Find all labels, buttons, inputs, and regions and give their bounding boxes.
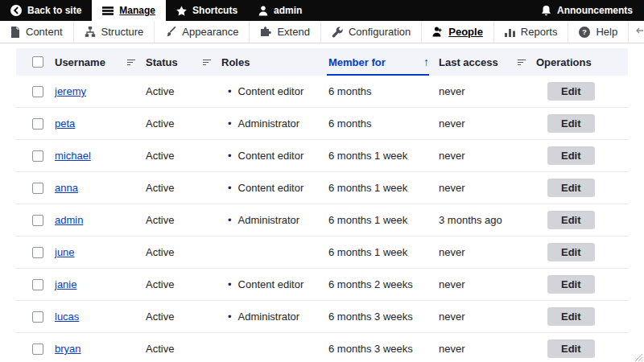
back-to-site-label: Back to site [27, 5, 81, 16]
announcements-button[interactable]: Announcements [530, 0, 644, 21]
menu-item-help[interactable]: ? Help [568, 21, 628, 43]
resize-grip-icon[interactable] [633, 351, 643, 361]
sitemap-icon [85, 27, 96, 37]
edit-button[interactable]: Edit [547, 82, 595, 101]
user-menu[interactable]: admin [248, 0, 312, 21]
member-for-cell: 6 months 3 weeks [328, 311, 439, 323]
username-link[interactable]: peta [55, 117, 75, 130]
column-header-operations: Operations [536, 48, 628, 76]
menu-item-people[interactable]: People [422, 21, 494, 43]
member-for-cell: 6 months 1 week [328, 214, 439, 226]
announcements-label: Announcements [557, 5, 633, 16]
row-checkbox[interactable] [32, 311, 43, 323]
username-link[interactable]: bryan [55, 343, 81, 355]
row-checkbox[interactable] [32, 343, 43, 355]
bullet-icon: • [228, 182, 232, 194]
last-access-cell: never [439, 150, 536, 162]
sort-ascending-icon: ↑ [423, 56, 429, 68]
member-for-cell: 6 months 1 week [328, 182, 439, 194]
bullet-icon: • [228, 278, 232, 290]
table-row: lucas Active • Administrator 6 months 3 … [16, 301, 628, 333]
user-table-body: jeremy Active • Content editor 6 months … [16, 76, 628, 362]
admin-menu-bar: Content Structure Appearance Extend Conf… [0, 21, 644, 43]
username-link[interactable]: lucas [55, 311, 79, 323]
row-checkbox[interactable] [32, 279, 43, 290]
last-access-cell: never [439, 343, 536, 355]
last-access-cell: never [439, 246, 536, 258]
role-item: • Content editor [221, 150, 303, 162]
brush-icon [165, 27, 176, 38]
status-cell: Active [146, 343, 221, 355]
puzzle-icon [260, 27, 271, 37]
edit-button[interactable]: Edit [547, 307, 595, 326]
username-link[interactable]: janie [55, 278, 76, 290]
back-to-site-button[interactable]: Back to site [0, 0, 92, 21]
edit-button[interactable]: Edit [547, 339, 595, 358]
row-checkbox[interactable] [32, 86, 43, 97]
row-checkbox[interactable] [32, 247, 43, 258]
edit-button[interactable]: Edit [547, 211, 595, 229]
menu-item-configuration[interactable]: Configuration [321, 21, 422, 43]
bullet-icon: • [228, 150, 232, 162]
bullet-icon: • [228, 85, 232, 97]
column-header-roles[interactable]: Roles [221, 48, 328, 76]
collapse-toolbar-button[interactable] [628, 21, 644, 43]
role-label: Content editor [238, 278, 304, 290]
member-for-cell: 6 months [328, 117, 439, 130]
last-access-cell: never [439, 182, 536, 194]
back-arrow-icon [10, 5, 22, 16]
role-label: Content editor [238, 182, 304, 194]
member-for-cell: 6 months 3 weeks [328, 343, 439, 355]
column-header-member-for[interactable]: Member for ↑ [328, 48, 439, 76]
select-all-checkbox[interactable] [32, 56, 43, 68]
status-cell: Active [146, 85, 221, 97]
table-row: janie Active • Content editor 6 months 2… [16, 269, 628, 301]
row-checkbox[interactable] [32, 150, 43, 162]
menu-item-structure[interactable]: Structure [74, 21, 155, 43]
sort-icon [203, 59, 212, 66]
column-header-status[interactable]: Status [146, 48, 221, 76]
column-header-last-access[interactable]: Last access [439, 48, 536, 76]
people-page: Username Status Roles Member for ↑ Last … [0, 43, 644, 362]
menu-item-extend[interactable]: Extend [250, 21, 320, 43]
status-cell: Active [146, 182, 221, 194]
role-item: • Administrator [221, 214, 299, 226]
edit-button[interactable]: Edit [547, 146, 595, 165]
username-link[interactable]: june [55, 246, 75, 258]
member-for-cell: 6 months [328, 85, 439, 97]
username-link[interactable]: jeremy [55, 85, 86, 97]
help-icon: ? [579, 27, 590, 38]
last-access-cell: never [439, 117, 536, 130]
menu-item-appearance[interactable]: Appearance [155, 21, 250, 43]
manage-tab[interactable]: Manage [92, 0, 166, 21]
bar-chart-icon [505, 27, 515, 37]
last-access-cell: never [439, 311, 536, 323]
menu-item-reports[interactable]: Reports [494, 21, 569, 43]
last-access-cell: 3 months ago [439, 214, 536, 226]
bullet-icon: • [228, 311, 232, 323]
role-label: Administrator [238, 311, 300, 323]
edit-button[interactable]: Edit [547, 275, 595, 294]
users-table: Username Status Roles Member for ↑ Last … [16, 48, 628, 362]
table-row: michael Active • Content editor 6 months… [16, 140, 628, 172]
column-header-username[interactable]: Username [55, 48, 146, 76]
edit-button[interactable]: Edit [547, 179, 595, 197]
username-link[interactable]: michael [55, 150, 91, 162]
wrench-icon [332, 27, 343, 38]
edit-button[interactable]: Edit [547, 114, 595, 133]
row-checkbox[interactable] [32, 118, 43, 130]
role-item: • Administrator [221, 117, 299, 130]
username-link[interactable]: admin [55, 214, 83, 226]
row-checkbox[interactable] [32, 183, 43, 194]
role-item: • Content editor [221, 182, 303, 194]
username-link[interactable]: anna [55, 182, 78, 194]
shortcuts-tab[interactable]: Shortcuts [166, 0, 248, 21]
svg-text:?: ? [582, 27, 587, 36]
table-row: jeremy Active • Content editor 6 months … [16, 76, 628, 108]
edit-button[interactable]: Edit [547, 243, 595, 261]
last-access-cell: never [439, 278, 536, 290]
row-checkbox[interactable] [32, 215, 43, 226]
status-cell: Active [146, 214, 221, 226]
document-icon [10, 27, 20, 38]
menu-item-content[interactable]: Content [0, 21, 74, 43]
